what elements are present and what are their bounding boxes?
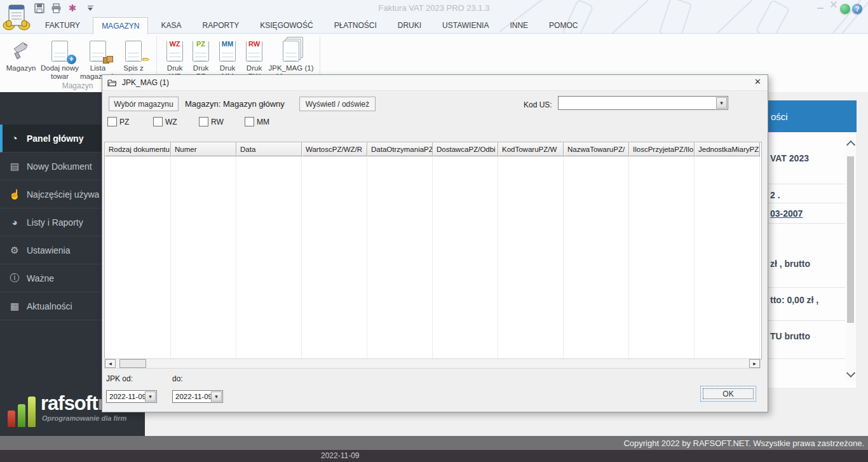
- checkbox-rw[interactable]: RW: [199, 117, 245, 126]
- folder-icon: [107, 79, 117, 87]
- chevron-down-icon[interactable]: ▾: [211, 391, 222, 402]
- scroll-right-icon[interactable]: ▸: [749, 359, 760, 368]
- tab-label: KASA: [161, 21, 181, 30]
- wybor-magazynu-button[interactable]: Wybór magazynu: [109, 97, 179, 111]
- window-title: Faktura VAT 2023 PRO 23.1.3: [0, 3, 868, 13]
- table-column-header[interactable]: Data: [236, 142, 302, 156]
- tab-magazyn[interactable]: MAGAZYN: [93, 17, 148, 34]
- dodaj-nowy-towar-button[interactable]: + ✏ Dodaj nowy towar: [39, 36, 80, 81]
- document-icon: PZ: [193, 41, 209, 62]
- right-panel-link-fragment[interactable]: 03-2007: [770, 208, 803, 219]
- divider: [768, 320, 845, 321]
- right-panel-text-fragment: TU brutto: [770, 331, 810, 341]
- help-icon[interactable]: ?: [852, 4, 862, 14]
- ok-button[interactable]: OK: [700, 386, 756, 402]
- checkbox-label: RW: [211, 118, 224, 126]
- table-column-header[interactable]: NazwaTowaruPZ/: [564, 142, 629, 156]
- tab-label: INNE: [510, 21, 528, 30]
- sidebar-item-wazne[interactable]: ⓘ Ważne: [0, 264, 102, 292]
- close-icon[interactable]: ✕: [754, 77, 761, 86]
- ribbon-item-label: Druk: [214, 64, 241, 72]
- scrollbar-thumb[interactable]: [847, 156, 854, 323]
- table-column-header[interactable]: IloscPrzyjetaPZ/Ilo: [629, 142, 695, 156]
- table-horizontal-scrollbar[interactable]: ◂ ▸: [104, 358, 761, 369]
- checkbox-pz[interactable]: PZ: [107, 117, 153, 126]
- date-from-combobox[interactable]: 2022-11-09 ▾: [106, 390, 157, 403]
- divider: [768, 287, 845, 288]
- kod-us-combobox[interactable]: ▾: [558, 96, 728, 110]
- sidebar-item-nowy-dokument[interactable]: ▤ Nowy Dokument: [0, 153, 102, 180]
- magazyn-button[interactable]: + ✏ Magazyn: [3, 36, 39, 72]
- checkbox-wz[interactable]: WZ: [153, 117, 199, 126]
- tab-pomoc[interactable]: POMOC: [541, 17, 586, 33]
- wyswietl-odswiez-button[interactable]: Wyświetl / odśwież: [299, 97, 376, 111]
- tab-ksiegowosc[interactable]: KSIĘGOWOŚĆ: [252, 17, 321, 33]
- sidebar-item-label: Ustawienia: [27, 245, 70, 255]
- table-body-column: [236, 156, 302, 359]
- table-body-column: [105, 156, 171, 359]
- logo-tagline: Oprogramowanie dla firm: [42, 414, 126, 422]
- table-body-column: [302, 156, 367, 359]
- right-panel-text-fragment: tto: 0,00 zł ,: [770, 295, 818, 305]
- scroll-down-icon[interactable]: [846, 369, 855, 377]
- chevron-down-icon[interactable]: ▾: [145, 391, 156, 402]
- sidebar-item-icon: ◕: [9, 217, 20, 228]
- checkbox-mm[interactable]: MM: [245, 117, 290, 126]
- table-column-header[interactable]: Rodzaj dokumentu: [105, 142, 171, 156]
- rafsoft-status-icon[interactable]: [840, 4, 850, 14]
- document-icon: [125, 41, 142, 62]
- right-panel-header-text: ości: [771, 111, 788, 122]
- sidebar-item-aktualnosci[interactable]: ▦ Aktualności: [0, 292, 102, 320]
- sidebar-item-label: Nowy Dokument: [27, 161, 92, 172]
- menu-tab-bar: FAKTURY MAGAZYN KASA RAPORTY KSIĘGOWOŚĆ …: [0, 17, 868, 34]
- kod-us-label: Kod US:: [524, 100, 552, 109]
- tab-platnosci[interactable]: PŁATNOŚCI: [326, 17, 385, 33]
- table-body-column: [433, 156, 498, 359]
- barcode-scanner-icon: [10, 40, 32, 62]
- jpk-mag-dialog: JPK_MAG (1) ✕ Wybór magazynu Magazyn: Ma…: [102, 74, 768, 412]
- checkbox-box[interactable]: [153, 117, 163, 126]
- table-body-column: [171, 156, 236, 359]
- ribbon-item-label: Magazyn: [3, 64, 39, 72]
- dialog-title: JPK_MAG (1): [122, 78, 169, 87]
- checkbox-box[interactable]: [107, 117, 117, 126]
- sidebar-item-icon: ⚙: [9, 245, 20, 256]
- checkbox-box[interactable]: [245, 117, 254, 126]
- scroll-up-icon[interactable]: [846, 140, 855, 149]
- tab-kasa[interactable]: KASA: [153, 17, 189, 33]
- sidebar-item-label: Ważne: [27, 273, 54, 283]
- logo-brand: rafsoft: [41, 392, 97, 414]
- table-body-column: [367, 156, 433, 359]
- table-column-header[interactable]: DostawcaPZ/Odbi: [433, 142, 498, 156]
- sidebar-item-listy-i-raporty[interactable]: ◕ Listy i Raporty: [0, 208, 102, 236]
- pencil-icon: ✏: [142, 54, 150, 65]
- date-to-combobox[interactable]: 2022-11-09 ▾: [172, 390, 223, 403]
- sidebar-item-najczesciej-uzywane[interactable]: ☝ Najczęściej używa: [0, 180, 102, 208]
- table-body-column: [629, 156, 695, 359]
- sidebar-item-ustawienia[interactable]: ⚙ Ustawienia: [0, 236, 102, 264]
- table-column-header[interactable]: JednostkaMiaryPZ: [695, 142, 760, 156]
- table-column-header[interactable]: DataOtrzymaniaPZ: [367, 142, 433, 156]
- sidebar-item-label: Najczęściej używa: [27, 189, 99, 200]
- sidebar-item-panel-glowny[interactable]: ◔ Panel główny: [0, 125, 102, 153]
- right-panel-scrollbar[interactable]: [846, 137, 856, 381]
- table-body[interactable]: [105, 156, 761, 359]
- table-column-header[interactable]: KodTowaruPZ/W: [498, 142, 564, 156]
- scroll-left-icon[interactable]: ◂: [105, 359, 116, 368]
- tab-faktury[interactable]: FAKTURY: [37, 17, 88, 33]
- tab-druki[interactable]: DRUKI: [390, 17, 430, 33]
- table-column-header[interactable]: WartoscPZ/WZ/R: [302, 142, 367, 156]
- chevron-down-icon[interactable]: ▾: [716, 97, 727, 109]
- plus-icon: +: [67, 55, 76, 64]
- copyright-bar: Copyright 2022 by RAFSOFT.NET. Wszystkie…: [0, 436, 868, 450]
- tab-ustawienia[interactable]: USTAWIENIA: [434, 17, 497, 33]
- tab-inne[interactable]: INNE: [501, 17, 536, 33]
- document-type-badge: PZ: [193, 41, 208, 48]
- scrollbar-thumb[interactable]: [119, 359, 146, 368]
- tab-raporty[interactable]: RAPORTY: [194, 17, 247, 33]
- checkbox-box[interactable]: [199, 117, 208, 126]
- dialog-title-bar[interactable]: JPK_MAG (1) ✕: [102, 75, 768, 91]
- table-column-header[interactable]: Numer: [171, 142, 236, 156]
- divider: [768, 358, 845, 359]
- jpk-documents-table: Rodzaj dokumentuNumerDataWartoscPZ/WZ/RD…: [104, 142, 762, 360]
